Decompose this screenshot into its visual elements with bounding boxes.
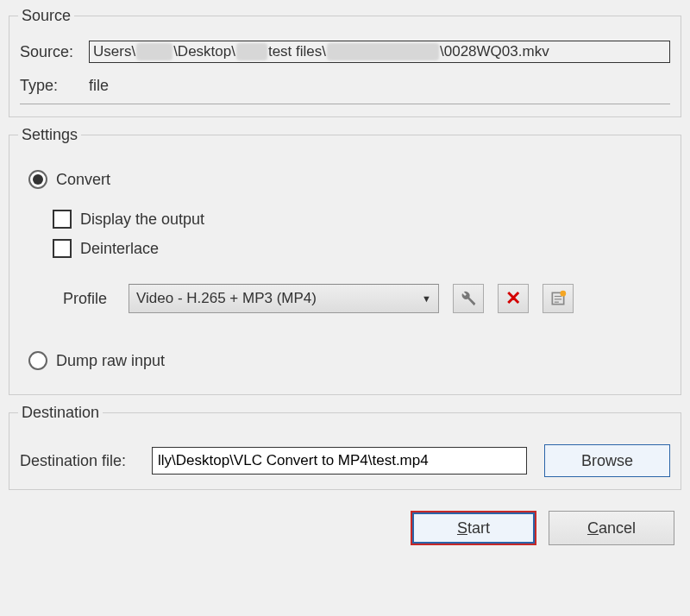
cancel-button[interactable]: Cancel — [549, 511, 674, 545]
start-button[interactable]: Start — [411, 511, 536, 545]
svg-point-4 — [561, 291, 567, 297]
x-icon: ✕ — [505, 287, 521, 310]
browse-button-label: Browse — [581, 452, 633, 470]
source-path-part4: \0028WQ03.mkv — [440, 43, 549, 60]
profile-select[interactable]: Video - H.265 + MP3 (MP4) ▼ — [129, 284, 439, 313]
destination-file-input[interactable] — [152, 447, 527, 475]
new-profile-icon — [549, 290, 567, 307]
profile-label: Profile — [63, 290, 115, 308]
deinterlace-label: Deinterlace — [80, 240, 159, 258]
cancel-button-label: Cancel — [587, 519, 636, 537]
display-output-label: Display the output — [80, 211, 204, 229]
convert-options: Display the output Deinterlace Profile V… — [53, 210, 662, 313]
destination-row: Destination file: Browse — [20, 444, 670, 477]
start-button-label: Start — [457, 519, 490, 537]
browse-button[interactable]: Browse — [544, 444, 670, 477]
new-profile-button[interactable] — [543, 284, 574, 313]
profile-row: Profile Video - H.265 + MP3 (MP4) ▼ ✕ — [63, 284, 662, 313]
source-group: Source Source: Users\ \Desktop\ test fil… — [9, 7, 681, 117]
destination-legend: Destination — [18, 404, 103, 422]
delete-profile-button[interactable]: ✕ — [498, 284, 529, 313]
wrench-icon — [460, 290, 477, 307]
deinterlace-row[interactable]: Deinterlace — [53, 239, 662, 258]
type-label: Type: — [20, 77, 80, 95]
dump-radio-row[interactable]: Dump raw input — [28, 351, 662, 370]
source-path-part3: test files\ — [268, 43, 326, 60]
source-row: Source: Users\ \Desktop\ test files\ \00… — [20, 41, 670, 63]
source-path: Users\ \Desktop\ test files\ \0028WQ03.m… — [89, 41, 670, 63]
destination-group: Destination Destination file: Browse — [9, 404, 681, 490]
edit-profile-button[interactable] — [453, 284, 484, 313]
chevron-down-icon: ▼ — [422, 293, 431, 304]
convert-radio-label: Convert — [56, 171, 110, 189]
source-path-part1: Users\ — [93, 43, 135, 60]
settings-legend: Settings — [18, 126, 81, 144]
source-type-row: Type: file — [20, 77, 670, 104]
type-value: file — [89, 77, 109, 95]
settings-group: Settings Convert Display the output Dein… — [9, 126, 681, 395]
redacted-segment — [236, 43, 267, 60]
source-path-part2: \Desktop\ — [173, 43, 235, 60]
destination-label: Destination file: — [20, 452, 145, 470]
display-output-checkbox[interactable] — [53, 210, 72, 229]
deinterlace-checkbox[interactable] — [53, 239, 72, 258]
source-label: Source: — [20, 43, 80, 61]
source-legend: Source — [18, 7, 74, 25]
redacted-segment — [136, 43, 172, 60]
dump-radio-label: Dump raw input — [56, 352, 165, 370]
dialog-buttons: Start Cancel — [2, 499, 688, 554]
dump-radio[interactable] — [28, 351, 47, 370]
convert-radio[interactable] — [28, 170, 47, 189]
profile-selected-text: Video - H.265 + MP3 (MP4) — [136, 290, 317, 307]
redacted-segment — [327, 43, 439, 60]
convert-radio-row[interactable]: Convert — [28, 170, 662, 189]
display-output-row[interactable]: Display the output — [53, 210, 662, 229]
